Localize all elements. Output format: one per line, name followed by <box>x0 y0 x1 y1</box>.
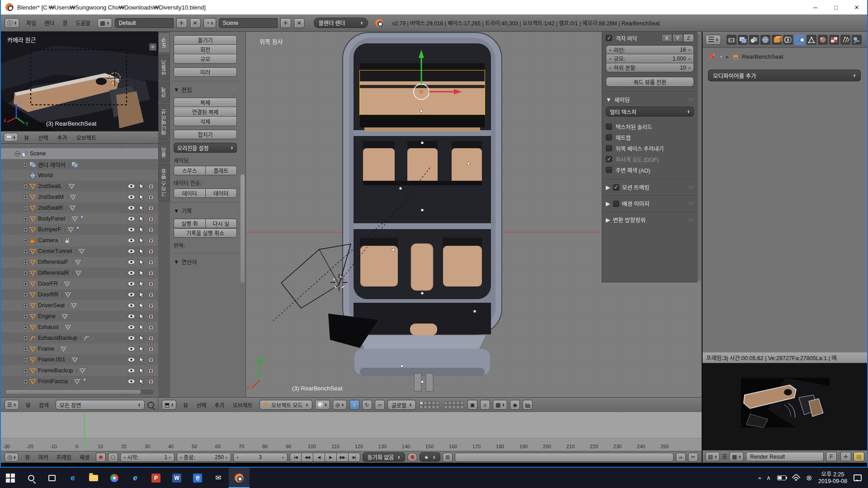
render-visibility-camera-icon[interactable] <box>148 204 156 211</box>
render-visibility-camera-icon[interactable] <box>148 280 156 287</box>
cam-menu-뷰[interactable]: 뷰 <box>20 134 33 141</box>
region-expand-button[interactable]: ✛ <box>149 43 156 51</box>
shade-스무스-button[interactable]: 스무스 <box>174 166 206 175</box>
transform-옮기기-button[interactable]: 옮기기 <box>174 35 237 45</box>
visibility-eye-icon[interactable] <box>127 204 135 211</box>
screen-layout-field[interactable]: Default <box>115 18 174 28</box>
layers-widget-2[interactable] <box>444 401 464 409</box>
visibility-eye-icon[interactable] <box>127 258 135 266</box>
toolshelf-tab-도구[interactable]: 도구 <box>158 33 170 53</box>
transport-◀◀[interactable]: ◀◀ <box>302 453 313 462</box>
expand-toggle-icon[interactable] <box>22 313 29 320</box>
visibility-eye-icon[interactable] <box>127 280 135 287</box>
playback-controls[interactable]: |◀◀◀◀▶▶▶▶| <box>290 453 360 462</box>
render-visibility-camera-icon[interactable] <box>148 258 156 266</box>
selectability-pointer-icon[interactable] <box>138 356 145 363</box>
battery-icon[interactable] <box>777 475 786 480</box>
selectability-pointer-icon[interactable] <box>138 302 145 309</box>
show-hidden-icons-caret[interactable]: ∧ <box>766 474 771 481</box>
timeline-ruler[interactable]: -30-20-100102030405060708090100110120130… <box>1 438 702 451</box>
expand-toggle-icon[interactable] <box>22 172 29 179</box>
selectability-pointer-icon[interactable] <box>138 215 145 222</box>
visibility-eye-icon[interactable] <box>127 237 135 244</box>
menu-도움말[interactable]: 도움말 <box>71 19 94 27</box>
hwp-icon[interactable]: 한 <box>187 468 208 488</box>
visibility-eye-icon[interactable] <box>127 324 135 331</box>
blender-taskbar-icon[interactable] <box>229 468 250 488</box>
visibility-eye-icon[interactable] <box>127 367 135 374</box>
render-visibility-camera-icon[interactable] <box>148 291 156 298</box>
taskbar-clock[interactable]: 오후 2:25 2019-09-08 <box>818 471 847 485</box>
properties-editor-type-dropdown[interactable]: ☰▲▼ <box>705 35 721 45</box>
viewport-menu-추가[interactable]: 추가 <box>210 401 228 409</box>
visibility-eye-icon[interactable] <box>127 269 135 277</box>
shading-option-매트캡[interactable]: 매트캡 <box>606 132 694 143</box>
visibility-eye-icon[interactable] <box>127 345 135 352</box>
outliner-row-2ndSeatL[interactable]: 2ndSeatL| <box>1 181 158 192</box>
expand-toggle-icon[interactable] <box>22 324 29 331</box>
grid-axis-Y[interactable]: Y <box>672 34 683 42</box>
render-visibility-camera-icon[interactable] <box>148 313 156 320</box>
powerpoint-icon[interactable]: P <box>146 468 166 488</box>
render-visibility-camera-icon[interactable] <box>148 302 156 309</box>
transform-규모-button[interactable]: 규모 <box>174 54 237 64</box>
grid-floor-row[interactable]: ✓ 격자 바닥 XYZ <box>606 33 694 42</box>
outliner-row-ExhaustBackup[interactable]: ExhaustBackup| <box>1 333 158 343</box>
keying-set-dropdown[interactable]: ◈▲▼ <box>420 452 440 462</box>
layout-delete-button[interactable]: ✕ <box>190 18 201 28</box>
visibility-eye-icon[interactable] <box>127 302 135 309</box>
close-button[interactable]: ✕ <box>846 0 867 14</box>
history-다시 실-button[interactable]: 다시 실 <box>206 219 237 228</box>
timeline-editor-type-dropdown[interactable]: ◷▲▼ <box>5 453 19 462</box>
outliner-menu-검색[interactable]: 검색 <box>35 401 53 409</box>
timeline-playhead[interactable] <box>84 412 85 451</box>
mirror-button[interactable]: 미러 <box>174 67 237 77</box>
outliner-editor-type-dropdown[interactable]: ☰▲▼ <box>5 400 19 410</box>
record-button[interactable] <box>407 453 417 462</box>
viewport-menu-선택[interactable]: 선택 <box>192 401 210 409</box>
onedrive-status-icon[interactable]: ⊗ <box>806 474 812 482</box>
selectability-pointer-icon[interactable] <box>138 269 145 277</box>
outliner-row-Frame.001[interactable]: Frame.001| <box>1 354 158 365</box>
scene-delete-button[interactable]: ✕ <box>294 18 305 28</box>
undo-history-button[interactable]: 기록을 실행 취소 <box>174 228 237 238</box>
camera-preview-viewport[interactable]: 카메라 원근 z x y (3) RearBenchSeat ✛ <box>1 32 158 131</box>
mode-dropdown[interactable]: ⬒오브젝트 모드▲▼ <box>259 400 312 410</box>
outliner-row-FrameBackup[interactable]: FrameBackup| <box>1 365 158 376</box>
action-center-icon[interactable] <box>854 474 862 481</box>
checkbox[interactable]: ✓ <box>606 156 612 162</box>
frame-start-field[interactable]: ◂시작:1▸ <box>120 453 175 462</box>
viewport-editor-type-dropdown[interactable]: ⬒▲▼ <box>4 133 18 142</box>
selectability-pointer-icon[interactable] <box>138 291 145 298</box>
checkbox[interactable] <box>606 167 612 173</box>
selectability-pointer-icon[interactable] <box>138 183 145 190</box>
wifi-icon[interactable] <box>793 475 800 481</box>
sync-mode-dropdown[interactable]: 동기화 없음▲▼ <box>363 452 406 462</box>
toolshelf-tab-애니메이션[interactable]: 애니메이션 <box>158 104 170 141</box>
outliner-row-CenterTunnel[interactable]: CenterTunnel| <box>1 246 158 257</box>
scene-field[interactable]: Scene <box>219 18 278 28</box>
checkbox[interactable] <box>613 201 619 207</box>
viewport-shading-dropdown[interactable]: ▲▼ <box>315 400 330 410</box>
render-image-area[interactable] <box>703 363 867 450</box>
insert-keyframe-link-icon[interactable]: ∞ <box>676 453 686 462</box>
grid-axes-toggle[interactable]: XYZ <box>661 34 694 42</box>
transport-▶[interactable]: ▶ <box>325 453 337 462</box>
layout-add-button[interactable]: ✛ <box>176 18 187 28</box>
edit-삭제-button[interactable]: 삭제 <box>174 117 237 126</box>
visibility-eye-icon[interactable] <box>127 248 135 255</box>
grid-floor-checkbox[interactable]: ✓ <box>606 35 612 41</box>
render-visibility-camera-icon[interactable] <box>148 215 156 222</box>
shading-option-뒤쪽 페이스 추려내기[interactable]: 뒤쪽 페이스 추려내기 <box>606 143 694 154</box>
transfer-데이터-button[interactable]: 데이터 <box>174 188 206 198</box>
outliner-row-Scene[interactable]: Scene <box>1 148 158 159</box>
panel-header-모션 트랙킹[interactable]: ▶✓모션 트랙킹∷∷ <box>606 183 694 192</box>
image-editor-type-dropdown[interactable]: ▤▲▼ <box>705 452 720 461</box>
shading-option-주변 폐색 (AO)[interactable]: 주변 폐색 (AO) <box>606 164 694 175</box>
cam-menu-추가[interactable]: 추가 <box>53 134 71 141</box>
transfer-데이터-button[interactable]: 데이터 <box>206 188 237 198</box>
npanel-field-규모:[interactable]: ◂규모:1.000▸ <box>606 54 694 63</box>
selectability-pointer-icon[interactable] <box>138 313 145 320</box>
timeline-menu-마커[interactable]: 마커 <box>34 453 52 461</box>
opengl-render-anim-button[interactable]: 🎬 <box>523 400 533 410</box>
